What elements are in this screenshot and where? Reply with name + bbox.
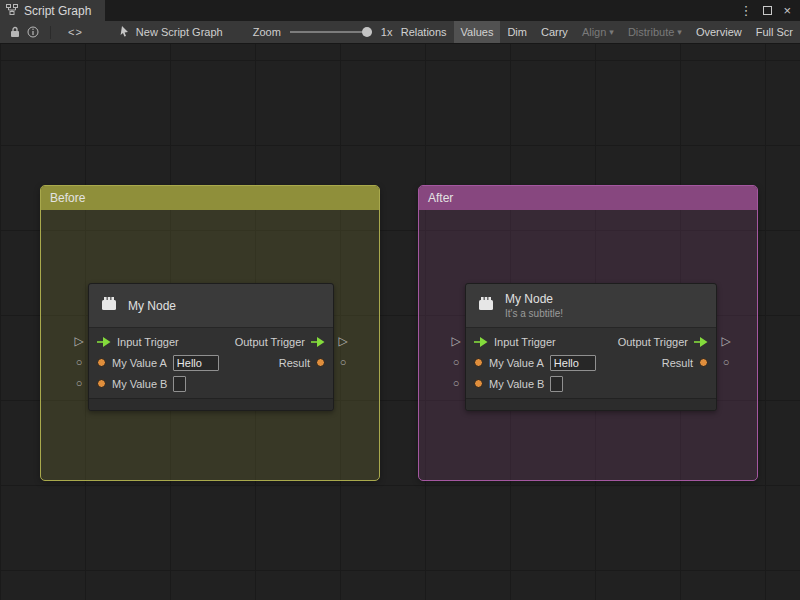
value-dot-icon <box>474 379 483 388</box>
maximize-icon[interactable] <box>763 6 772 15</box>
input-trigger-port[interactable]: Input Trigger <box>97 336 179 348</box>
port-label-input-trigger: Input Trigger <box>494 336 556 348</box>
align-dropdown-button[interactable]: Align ▾ <box>575 21 621 43</box>
graph-toolbar: <> New Script Graph Zoom 1x Relations Va… <box>0 21 800 44</box>
distribute-dropdown-button[interactable]: Distribute ▾ <box>621 21 689 43</box>
tab-script-graph[interactable]: Script Graph <box>0 0 105 21</box>
dim-button[interactable]: Dim <box>500 21 534 43</box>
relations-button[interactable]: Relations <box>394 21 454 43</box>
circle-outline-port-icon[interactable]: ○ <box>449 377 463 391</box>
unit-brick-icon <box>476 294 496 317</box>
chevron-down-icon: ▾ <box>677 27 682 37</box>
overview-button[interactable]: Overview <box>689 21 749 43</box>
port-label-result: Result <box>279 357 310 369</box>
chevron-down-icon: ▾ <box>609 27 614 37</box>
value-a-field[interactable] <box>173 355 219 371</box>
group-after-label: After <box>428 191 453 205</box>
group-before-label: Before <box>50 191 85 205</box>
value-b-row: My Value B <box>89 373 333 394</box>
port-label-value-a: My Value A <box>112 357 167 369</box>
kebab-menu-icon[interactable]: ⋮ <box>739 3 752 18</box>
value-a-field[interactable] <box>550 355 596 371</box>
graph-canvas[interactable]: Before After My Node <box>0 44 800 600</box>
zoom-slider-track <box>290 31 372 33</box>
flow-arrow-icon <box>694 337 708 347</box>
script-graph-window: Script Graph ⋮ × <> New Script Graph Zoo… <box>0 0 800 600</box>
triangle-outline-port-icon[interactable]: ▷ <box>336 335 350 349</box>
result-port[interactable]: Result <box>279 357 325 369</box>
info-icon[interactable] <box>24 21 42 43</box>
graph-name-label: New Script Graph <box>136 26 223 38</box>
circle-outline-port-icon[interactable]: ○ <box>719 356 733 370</box>
zoom-label: Zoom <box>253 26 281 38</box>
zoom-slider[interactable] <box>290 26 372 38</box>
triangle-outline-port-icon[interactable]: ▷ <box>72 335 86 349</box>
group-after-header[interactable]: After <box>419 186 757 210</box>
port-label-result: Result <box>662 357 693 369</box>
graph-name-area[interactable]: New Script Graph <box>118 25 223 39</box>
node-port-rows: Input Trigger Output Trigger My Value A <box>466 328 716 397</box>
node-title: My Node <box>505 292 563 306</box>
trigger-row: Input Trigger Output Trigger <box>89 331 333 352</box>
value-dot-icon <box>316 358 325 367</box>
fullscreen-button[interactable]: Full Scr <box>749 21 800 43</box>
node-title: My Node <box>128 299 176 313</box>
value-b-row: My Value B <box>466 373 716 394</box>
value-a-port[interactable]: My Value A <box>97 355 219 371</box>
value-b-field[interactable] <box>550 376 563 392</box>
port-label-value-b: My Value B <box>489 378 544 390</box>
output-trigger-port[interactable]: Output Trigger <box>235 336 325 348</box>
values-button[interactable]: Values <box>454 21 501 43</box>
node-my-node-after[interactable]: My Node It's a subtitle! Input Trigger O… <box>465 283 717 411</box>
flow-arrow-icon <box>474 337 488 347</box>
flow-arrow-icon <box>311 337 325 347</box>
carry-button[interactable]: Carry <box>534 21 575 43</box>
value-dot-icon <box>474 358 483 367</box>
lock-icon[interactable] <box>6 21 24 43</box>
input-trigger-port[interactable]: Input Trigger <box>474 336 556 348</box>
value-b-field[interactable] <box>173 376 186 392</box>
tab-title: Script Graph <box>24 4 91 18</box>
group-before-header[interactable]: Before <box>41 186 379 210</box>
port-label-output-trigger: Output Trigger <box>618 336 688 348</box>
port-label-value-a: My Value A <box>489 357 544 369</box>
tab-bar: Script Graph ⋮ × <box>0 0 800 21</box>
triangle-outline-port-icon[interactable]: ▷ <box>719 335 733 349</box>
circle-outline-port-icon[interactable]: ○ <box>336 356 350 370</box>
flow-arrow-icon <box>97 337 111 347</box>
script-graph-icon <box>6 4 18 18</box>
node-subtitle: It's a subtitle! <box>505 308 563 319</box>
distribute-label: Distribute <box>628 26 674 38</box>
value-dot-icon <box>699 358 708 367</box>
trigger-row: Input Trigger Output Trigger <box>466 331 716 352</box>
node-header[interactable]: My Node It's a subtitle! <box>466 284 716 328</box>
value-b-port[interactable]: My Value B <box>474 376 563 392</box>
value-dot-icon <box>97 379 106 388</box>
port-label-input-trigger: Input Trigger <box>117 336 179 348</box>
unit-brick-icon <box>99 294 119 317</box>
node-footer <box>89 398 333 410</box>
align-label: Align <box>582 26 606 38</box>
node-footer <box>466 398 716 410</box>
circle-outline-port-icon[interactable]: ○ <box>72 377 86 391</box>
zoom-value: 1x <box>381 26 393 38</box>
toolbar-buttons: Relations Values Dim Carry Align ▾ Distr… <box>394 21 800 43</box>
result-port[interactable]: Result <box>662 357 708 369</box>
value-a-row: My Value A Result <box>466 352 716 373</box>
node-port-rows: Input Trigger Output Trigger My Value A <box>89 328 333 397</box>
value-a-row: My Value A Result <box>89 352 333 373</box>
circle-outline-port-icon[interactable]: ○ <box>449 356 463 370</box>
port-label-output-trigger: Output Trigger <box>235 336 305 348</box>
edit-source-button[interactable]: <> <box>63 26 88 38</box>
close-icon[interactable]: × <box>783 3 791 18</box>
output-trigger-port[interactable]: Output Trigger <box>618 336 708 348</box>
triangle-outline-port-icon[interactable]: ▷ <box>449 335 463 349</box>
value-dot-icon <box>97 358 106 367</box>
node-header[interactable]: My Node <box>89 284 333 328</box>
zoom-control: Zoom 1x <box>253 26 393 38</box>
node-my-node-before[interactable]: My Node Input Trigger Output Trigger <box>88 283 334 411</box>
value-b-port[interactable]: My Value B <box>97 376 186 392</box>
circle-outline-port-icon[interactable]: ○ <box>72 356 86 370</box>
zoom-slider-knob[interactable] <box>362 27 372 37</box>
value-a-port[interactable]: My Value A <box>474 355 596 371</box>
